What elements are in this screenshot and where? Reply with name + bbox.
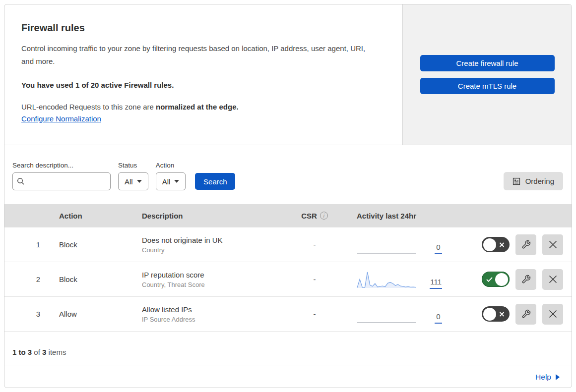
rule-csr: - — [292, 275, 337, 283]
status-value: All — [125, 177, 133, 186]
help-label: Help — [535, 373, 551, 382]
csr-label: CSR — [301, 212, 317, 220]
activity-count-link[interactable]: 0 — [435, 312, 442, 324]
rule-csr: - — [292, 310, 337, 318]
toggle-knob — [483, 308, 496, 321]
x-icon — [549, 275, 557, 283]
rule-csr: - — [292, 240, 337, 249]
check-icon — [486, 277, 493, 282]
page-title: Firewall rules — [21, 22, 383, 34]
status-field: Status All — [118, 162, 148, 190]
rule-controls — [454, 304, 572, 325]
configure-normalization-link[interactable]: Configure Normalization — [21, 114, 101, 123]
pagination-summary: 1 to 3 of 3 items — [4, 331, 572, 366]
x-icon — [549, 310, 557, 318]
x-icon — [499, 242, 505, 247]
rule-description-cell: Allow listed IPs IP Source Address — [131, 305, 292, 323]
toggle-knob — [483, 238, 496, 251]
search-button[interactable]: Search — [195, 173, 235, 190]
wrench-icon — [521, 240, 531, 249]
rule-controls — [454, 269, 572, 290]
rule-description-cell: Does not originate in UK Country — [131, 236, 292, 254]
items-total: 3 — [42, 348, 46, 356]
ordering-list-icon — [512, 177, 520, 185]
toggle-knob — [495, 273, 508, 286]
column-activity: Activity last 24hr — [337, 212, 454, 220]
header-section: Firewall rules Control incoming traffic … — [4, 4, 572, 145]
edit-rule-button[interactable] — [515, 269, 536, 290]
column-action: Action — [44, 212, 131, 220]
rule-fields: IP Source Address — [142, 316, 292, 323]
ordering-button[interactable]: Ordering — [504, 172, 563, 190]
table-header: Action Description CSR i Activity last 2… — [4, 204, 572, 227]
rule-description: IP reputation score — [142, 271, 292, 279]
edit-rule-button[interactable] — [515, 234, 536, 255]
rule-activity-cell: 0 — [337, 297, 454, 331]
rule-enable-toggle[interactable] — [482, 272, 510, 287]
status-label: Status — [118, 162, 148, 169]
rule-row-1: 1 Block Does not originate in UK Country… — [4, 227, 572, 262]
search-input-wrapper — [12, 172, 111, 190]
normalization-note: URL-encoded Requests to this zone are no… — [21, 103, 383, 111]
items-word: items — [49, 348, 66, 356]
status-dropdown[interactable]: All — [118, 172, 148, 190]
actions-panel: Create firewall rule Create mTLS rule — [402, 4, 572, 145]
rule-row-2: 2 Block IP reputation score Country, Thr… — [4, 262, 572, 296]
delete-rule-button[interactable] — [542, 269, 563, 290]
create-firewall-rule-button[interactable]: Create firewall rule — [420, 55, 555, 71]
rule-description: Allow listed IPs — [142, 305, 292, 314]
items-range: 1 to 3 — [12, 348, 32, 356]
activity-sparkline — [357, 235, 416, 254]
rule-row-3: 3 Allow Allow listed IPs IP Source Addre… — [4, 296, 572, 331]
header-text-block: Firewall rules Control incoming traffic … — [4, 4, 402, 145]
usage-summary: You have used 1 of 20 active Firewall ru… — [21, 81, 383, 89]
edit-rule-button[interactable] — [515, 304, 536, 325]
activity-count-link[interactable]: 0 — [435, 243, 442, 254]
delete-rule-button[interactable] — [542, 304, 563, 325]
action-field: Action All — [156, 162, 186, 190]
ordering-label: Ordering — [525, 177, 554, 185]
search-input[interactable] — [28, 177, 106, 186]
wrench-icon — [521, 275, 531, 284]
rule-action: Block — [44, 240, 131, 249]
filter-controls: Search description... Status All Action — [12, 162, 235, 190]
activity-sparkline — [357, 270, 416, 289]
filter-bar: Search description... Status All Action — [4, 145, 572, 204]
help-bar: Help — [4, 366, 572, 388]
activity-count-link[interactable]: 111 — [430, 278, 442, 289]
rule-controls — [454, 234, 572, 255]
rule-action: Allow — [44, 310, 131, 318]
chevron-down-icon — [137, 180, 142, 183]
rule-activity-cell: 0 — [337, 227, 454, 262]
info-icon[interactable]: i — [320, 212, 328, 220]
chevron-down-icon — [174, 180, 179, 183]
rule-number: 1 — [4, 240, 44, 249]
rule-enable-toggle[interactable] — [482, 237, 510, 252]
rule-description-cell: IP reputation score Country, Threat Scor… — [131, 271, 292, 288]
rule-activity-cell: 111 — [337, 262, 454, 296]
wrench-icon — [521, 309, 531, 319]
action-value: All — [162, 177, 171, 186]
rule-action: Block — [44, 275, 131, 283]
help-link[interactable]: Help — [535, 373, 560, 382]
normalization-text: URL-encoded Requests to this zone are — [21, 103, 156, 111]
rule-enable-toggle[interactable] — [482, 306, 510, 322]
column-csr: CSR i — [292, 212, 337, 220]
rule-fields: Country, Threat Score — [142, 281, 292, 288]
delete-rule-button[interactable] — [542, 234, 563, 255]
search-field: Search description... — [12, 162, 111, 190]
x-icon — [549, 240, 557, 249]
firewall-rules-panel: Firewall rules Control incoming traffic … — [4, 4, 572, 388]
action-dropdown[interactable]: All — [156, 172, 186, 190]
action-label: Action — [156, 162, 186, 169]
column-description: Description — [131, 212, 292, 220]
items-of: of — [34, 348, 40, 356]
normalization-bold-text: normalized at the edge. — [156, 103, 239, 111]
rule-fields: Country — [142, 246, 292, 254]
rule-number: 3 — [4, 310, 44, 318]
rule-number: 2 — [4, 275, 44, 283]
create-mtls-rule-button[interactable]: Create mTLS rule — [420, 78, 555, 94]
rule-description: Does not originate in UK — [142, 236, 292, 244]
search-icon — [17, 177, 25, 185]
arrow-right-icon — [556, 374, 560, 380]
